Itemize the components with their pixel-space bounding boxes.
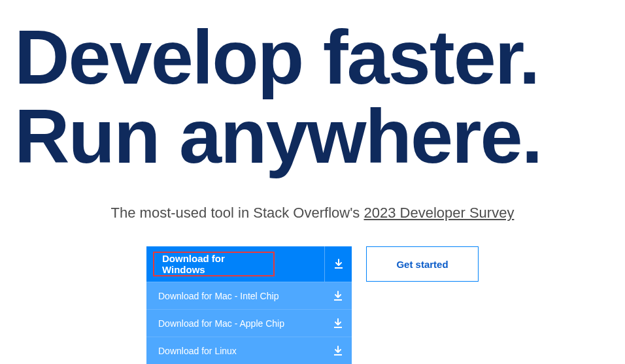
download-mac-intel-button[interactable]: Download for Mac - Intel Chip [146,282,352,309]
subtitle: The most-used tool in Stack Overflow's 2… [0,205,625,222]
svg-rect-0 [335,267,343,269]
svg-rect-3 [334,354,342,356]
get-started-button[interactable]: Get started [366,246,479,282]
hero-line-1: Develop faster. [14,14,539,100]
download-icon [324,282,352,309]
subtitle-prefix: The most-used tool in Stack Overflow's [111,205,364,221]
download-windows-label: Download for Windows [162,253,265,275]
hero-title: Develop faster. Run anywhere. [0,0,625,176]
download-icon [324,310,352,337]
download-icon [324,246,352,282]
download-linux-label: Download for Linux [158,346,237,356]
download-icon [324,337,352,364]
download-mac-intel-label: Download for Mac - Intel Chip [158,291,279,301]
download-mac-apple-label: Download for Mac - Apple Chip [158,318,284,329]
download-panel: Download for Windows Download for Mac - … [146,246,352,364]
download-windows-highlight: Download for Windows [153,252,275,276]
download-windows-button[interactable]: Download for Windows [146,246,352,282]
svg-rect-2 [334,327,342,328]
download-mac-apple-button[interactable]: Download for Mac - Apple Chip [146,309,352,337]
cta-row: Download for Windows Download for Mac - … [0,246,625,364]
developer-survey-link[interactable]: 2023 Developer Survey [363,205,514,221]
svg-rect-1 [334,299,342,301]
get-started-label: Get started [396,259,448,270]
hero-line-2: Run anywhere. [14,93,541,179]
download-linux-button[interactable]: Download for Linux [146,337,352,364]
